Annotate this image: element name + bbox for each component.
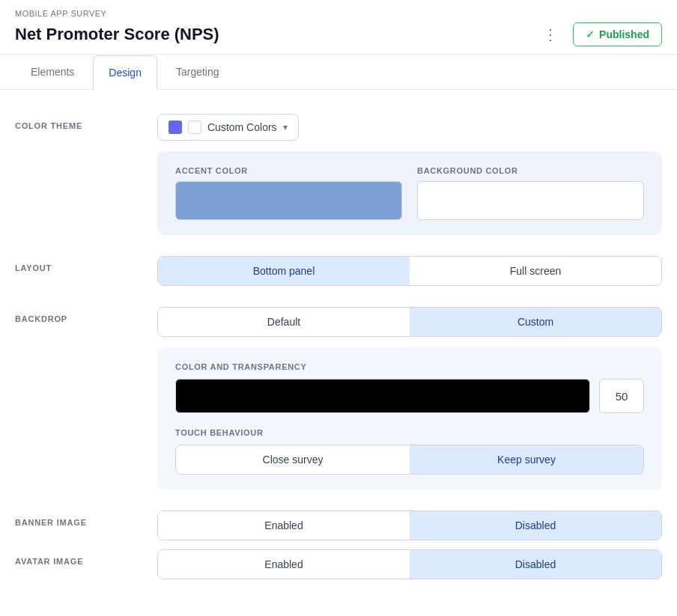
tabs-bar: Elements Design Targeting xyxy=(0,55,677,90)
touch-option-keep-survey[interactable]: Keep survey xyxy=(410,445,643,474)
banner-image-content: Enabled Disabled xyxy=(157,510,662,540)
backdrop-content: Default Custom COLOR AND TRANSPARENCY TO… xyxy=(157,307,662,490)
more-icon: ⋮ xyxy=(543,25,558,43)
accent-color-field: ACCENT COLOR xyxy=(175,166,402,220)
tab-elements[interactable]: Elements xyxy=(15,55,90,89)
color-panel-row: ACCENT COLOR BACKGROUND COLOR xyxy=(175,166,644,220)
backdrop-color-input[interactable] xyxy=(175,379,590,413)
more-options-button[interactable]: ⋮ xyxy=(537,22,564,46)
color-theme-section: COLOR THEME Custom Colors ▾ ACCENT COLOR… xyxy=(15,114,662,235)
banner-image-label: BANNER IMAGE xyxy=(15,510,157,527)
avatar-image-option-disabled[interactable]: Disabled xyxy=(410,550,661,579)
color-theme-selector[interactable]: Custom Colors ▾ xyxy=(157,114,299,141)
chevron-down-icon: ▾ xyxy=(283,122,288,132)
layout-label: LAYOUT xyxy=(15,256,157,272)
accent-color-label: ACCENT COLOR xyxy=(175,166,402,175)
backdrop-section: BACKDROP Default Custom COLOR AND TRANSP… xyxy=(15,307,662,490)
layout-section: LAYOUT Bottom panel Full screen xyxy=(15,256,662,286)
background-color-label: BACKGROUND COLOR xyxy=(417,166,644,175)
color-theme-label: COLOR THEME xyxy=(15,114,157,130)
check-icon: ✓ xyxy=(586,28,595,40)
background-color-field: BACKGROUND COLOR xyxy=(417,166,644,220)
touch-behaviour-label: TOUCH BEHAVIOUR xyxy=(175,428,644,437)
published-label: Published xyxy=(599,28,649,40)
header-actions: ⋮ ✓ Published xyxy=(537,22,662,46)
accent-color-input[interactable] xyxy=(175,181,402,220)
layout-content: Bottom panel Full screen xyxy=(157,256,662,286)
layout-toggle-group: Bottom panel Full screen xyxy=(157,256,662,286)
header-row: Net Promoter Score (NPS) ⋮ ✓ Published xyxy=(15,22,662,46)
tab-targeting[interactable]: Targeting xyxy=(160,55,235,89)
swatch-blue xyxy=(169,121,182,134)
color-transparency-row xyxy=(175,379,644,413)
backdrop-option-default[interactable]: Default xyxy=(158,308,410,336)
page-title: Net Promoter Score (NPS) xyxy=(15,25,219,44)
color-theme-content: Custom Colors ▾ ACCENT COLOR BACKGROUND … xyxy=(157,114,662,235)
backdrop-toggle-group: Default Custom xyxy=(157,307,662,337)
banner-image-option-enabled[interactable]: Enabled xyxy=(158,511,410,540)
published-button[interactable]: ✓ Published xyxy=(573,22,662,46)
avatar-image-content: Enabled Disabled xyxy=(157,549,662,579)
avatar-image-toggle-group: Enabled Disabled xyxy=(157,549,662,579)
color-panel: ACCENT COLOR BACKGROUND COLOR xyxy=(157,151,662,235)
backdrop-panel: COLOR AND TRANSPARENCY TOUCH BEHAVIOUR C… xyxy=(157,347,662,490)
swatch-white xyxy=(188,121,201,134)
breadcrumb: MOBILE APP SURVEY xyxy=(15,9,662,18)
banner-image-toggle-group: Enabled Disabled xyxy=(157,510,662,540)
backdrop-option-custom[interactable]: Custom xyxy=(410,308,661,336)
touch-option-close-survey[interactable]: Close survey xyxy=(176,445,410,474)
avatar-image-section: AVATAR IMAGE Enabled Disabled xyxy=(15,549,662,579)
content: COLOR THEME Custom Colors ▾ ACCENT COLOR… xyxy=(0,90,677,603)
banner-image-option-disabled[interactable]: Disabled xyxy=(410,511,661,540)
background-color-input[interactable] xyxy=(417,181,644,220)
transparency-input[interactable] xyxy=(599,379,644,413)
backdrop-label: BACKDROP xyxy=(15,307,157,323)
layout-option-bottom-panel[interactable]: Bottom panel xyxy=(158,257,410,285)
avatar-image-label: AVATAR IMAGE xyxy=(15,549,157,566)
banner-image-section: BANNER IMAGE Enabled Disabled xyxy=(15,510,662,540)
layout-option-full-screen[interactable]: Full screen xyxy=(410,257,661,285)
avatar-image-option-enabled[interactable]: Enabled xyxy=(158,550,410,579)
tab-design[interactable]: Design xyxy=(93,55,157,90)
color-transparency-label: COLOR AND TRANSPARENCY xyxy=(175,362,644,371)
header: MOBILE APP SURVEY Net Promoter Score (NP… xyxy=(0,0,677,55)
touch-behaviour-toggle-group: Close survey Keep survey xyxy=(175,445,644,475)
color-theme-selector-label: Custom Colors xyxy=(207,121,277,133)
